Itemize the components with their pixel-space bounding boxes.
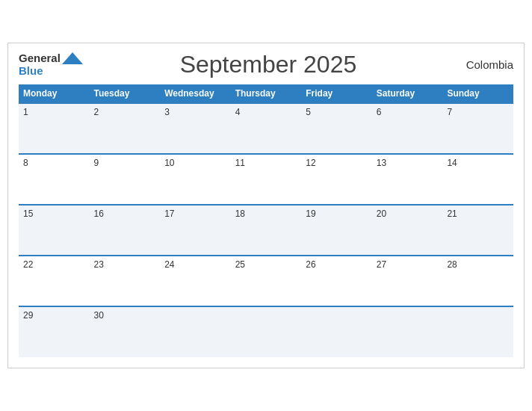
- weekday-header-sunday: Sunday: [442, 84, 513, 103]
- day-number: 7: [447, 107, 452, 117]
- calendar-header: General Blue September 2025 Colombia: [19, 51, 513, 78]
- day-number: 5: [306, 107, 311, 117]
- calendar-week-row: 2930: [19, 306, 513, 357]
- calendar-day-cell: 17: [160, 205, 231, 256]
- calendar-week-row: 15161718192021: [19, 205, 513, 256]
- calendar-day-cell: 4: [231, 103, 302, 154]
- day-number: 21: [447, 208, 457, 219]
- day-number: 22: [23, 259, 33, 270]
- calendar-day-cell: 22: [19, 256, 90, 306]
- calendar-day-cell: 6: [372, 103, 443, 154]
- calendar-day-cell: 21: [442, 205, 513, 256]
- calendar-day-cell: 9: [90, 154, 161, 205]
- calendar-container: General Blue September 2025 Colombia Mon…: [7, 43, 525, 368]
- calendar-table: MondayTuesdayWednesdayThursdayFridaySatu…: [19, 84, 513, 357]
- calendar-day-cell: 5: [301, 103, 372, 154]
- day-number: 23: [94, 259, 104, 270]
- day-number: 2: [94, 107, 99, 117]
- day-number: 28: [447, 259, 457, 270]
- calendar-day-cell: 3: [160, 103, 231, 154]
- calendar-day-cell: 15: [19, 205, 90, 256]
- calendar-day-cell: 16: [90, 205, 161, 256]
- day-number: 11: [235, 158, 245, 168]
- logo-blue-text: Blue: [19, 65, 43, 78]
- calendar-week-row: 1234567: [19, 103, 513, 154]
- day-number: 19: [306, 208, 315, 219]
- day-number: 17: [164, 208, 174, 219]
- weekday-header-wednesday: Wednesday: [160, 84, 231, 103]
- day-number: 12: [306, 158, 315, 168]
- day-number: 16: [94, 208, 104, 219]
- calendar-day-cell: 14: [442, 154, 513, 205]
- calendar-day-cell: 24: [160, 256, 231, 306]
- logo: General Blue: [19, 52, 83, 77]
- logo-general-text: General: [19, 52, 61, 65]
- day-number: 9: [94, 158, 99, 168]
- weekday-header-saturday: Saturday: [372, 84, 443, 103]
- calendar-week-row: 891011121314: [19, 154, 513, 205]
- calendar-day-cell: 25: [231, 256, 302, 306]
- day-number: 30: [94, 310, 104, 321]
- calendar-day-cell: 7: [442, 103, 513, 154]
- calendar-week-row: 22232425262728: [19, 256, 513, 306]
- day-number: 27: [377, 259, 386, 270]
- calendar-day-cell: 20: [372, 205, 443, 256]
- calendar-day-cell: 10: [160, 154, 231, 205]
- country-label: Colombia: [454, 58, 513, 71]
- calendar-day-cell: 1: [19, 103, 90, 154]
- calendar-day-cell: [442, 306, 513, 357]
- day-number: 24: [164, 259, 174, 270]
- day-number: 10: [164, 158, 174, 168]
- day-number: 26: [306, 259, 315, 270]
- calendar-day-cell: 27: [372, 256, 443, 306]
- day-number: 20: [377, 208, 386, 219]
- day-number: 25: [235, 259, 245, 270]
- day-number: 18: [235, 208, 245, 219]
- calendar-day-cell: 29: [19, 306, 90, 357]
- day-number: 15: [23, 208, 33, 219]
- day-number: 4: [235, 107, 241, 117]
- calendar-day-cell: [160, 306, 231, 357]
- calendar-day-cell: 2: [90, 103, 161, 154]
- weekday-header-tuesday: Tuesday: [90, 84, 161, 103]
- calendar-day-cell: 12: [301, 154, 372, 205]
- calendar-day-cell: 18: [231, 205, 302, 256]
- day-number: 8: [23, 158, 28, 168]
- weekday-header-row: MondayTuesdayWednesdayThursdayFridaySatu…: [19, 84, 513, 103]
- weekday-header-thursday: Thursday: [231, 84, 302, 103]
- logo-flag-icon: [62, 52, 83, 64]
- day-number: 6: [377, 107, 382, 117]
- calendar-day-cell: 26: [301, 256, 372, 306]
- month-title: September 2025: [83, 51, 454, 78]
- day-number: 3: [164, 107, 170, 117]
- day-number: 13: [377, 158, 386, 168]
- calendar-day-cell: 23: [90, 256, 161, 306]
- day-number: 29: [23, 310, 33, 321]
- day-number: 1: [23, 107, 28, 117]
- calendar-day-cell: 13: [372, 154, 443, 205]
- calendar-day-cell: 11: [231, 154, 302, 205]
- calendar-day-cell: 8: [19, 154, 90, 205]
- day-number: 14: [447, 158, 457, 168]
- calendar-day-cell: [231, 306, 302, 357]
- calendar-day-cell: 19: [301, 205, 372, 256]
- calendar-day-cell: [301, 306, 372, 357]
- calendar-day-cell: 30: [90, 306, 161, 357]
- calendar-day-cell: [372, 306, 443, 357]
- weekday-header-friday: Friday: [301, 84, 372, 103]
- weekday-header-monday: Monday: [19, 84, 90, 103]
- calendar-day-cell: 28: [442, 256, 513, 306]
